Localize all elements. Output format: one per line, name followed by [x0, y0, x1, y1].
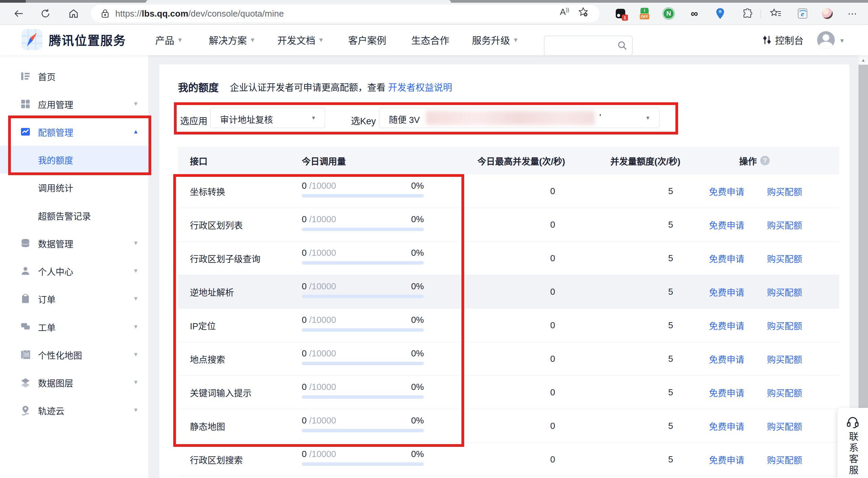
scrollbar-thumb[interactable] — [859, 65, 868, 408]
page-title: 我的额度 — [178, 79, 219, 94]
nav-products[interactable]: 产品▼ — [155, 25, 183, 55]
interface-name: 逆地址解析 — [190, 275, 234, 308]
extension-map-pin-icon[interactable] — [713, 7, 727, 20]
quota-table: 接口 今日调用量 今日最高并发量(次/秒) 并发量额度(次/秒) 操作 ? 坐标… — [178, 147, 839, 476]
toolbar-divider — [761, 9, 761, 18]
app-filter-label: 选应用 — [180, 114, 208, 127]
free-apply-link[interactable]: 免费申请 — [699, 174, 754, 208]
table-row: 行政区划列表 0 /10000 0% 0 5 免费申请 购买配额 — [178, 208, 839, 242]
console-icon — [762, 35, 772, 45]
contact-support-button[interactable]: 联系客服 — [837, 408, 868, 478]
screen: https://lbs.qq.com/dev/console/quota/min… — [0, 0, 868, 478]
sidebar-item-track-cloud[interactable]: 轨迹云 ▼ — [0, 396, 149, 424]
developer-benefits-link[interactable]: 开发者权益说明 — [388, 83, 452, 93]
add-favorite-icon[interactable] — [576, 5, 590, 18]
table-row: 行政区划搜索 0 /10000 0% 0 5 免费申请 购买配额 — [178, 443, 839, 476]
concurrency-quota-value: 5 — [657, 275, 684, 308]
table-row: IP定位 0 /10000 0% 0 5 免费申请 购买配额 — [178, 309, 839, 342]
buy-quota-link[interactable]: 购买配额 — [757, 275, 812, 308]
chevron-up-icon: ▲ — [133, 128, 139, 135]
sidebar-item-tickets[interactable]: 工单 ▼ — [0, 313, 149, 341]
sidebar-item-home[interactable]: 首页 — [0, 62, 149, 90]
back-icon[interactable] — [11, 6, 26, 21]
today-peak-value: 0 — [539, 342, 566, 375]
buy-quota-link[interactable]: 购买配额 — [757, 208, 812, 241]
interface-name: 地点搜索 — [190, 342, 225, 375]
browser-menu-icon[interactable]: ⋯ — [846, 7, 860, 20]
free-apply-link[interactable]: 免费申请 — [699, 443, 754, 476]
buy-quota-link[interactable]: 购买配额 — [757, 242, 812, 275]
buy-quota-link[interactable]: 购买配额 — [757, 376, 812, 409]
sidebar-item-quota-management[interactable]: 配额管理 ▲ — [0, 118, 149, 146]
extensions-puzzle-icon[interactable] — [741, 7, 754, 20]
chevron-down-icon[interactable]: ▼ — [839, 38, 845, 44]
buy-quota-link[interactable]: 购买配额 — [757, 443, 812, 476]
scrollbar-up-arrow[interactable]: ▲ — [859, 55, 868, 65]
extension-badge-icon[interactable]: 1 — [614, 7, 627, 20]
layers-icon — [20, 377, 31, 388]
user-avatar[interactable] — [817, 31, 835, 49]
chevron-down-icon: ▼ — [133, 240, 139, 247]
sidebar-item-data-management[interactable]: 数据管理 ▼ — [0, 229, 149, 257]
buy-quota-link[interactable]: 购买配额 — [757, 309, 812, 342]
active-tab-sliver[interactable] — [146, 0, 451, 3]
search-input[interactable] — [544, 36, 633, 56]
console-link[interactable]: 控制台 — [762, 25, 804, 55]
usage-progress-bar — [302, 295, 424, 298]
col-header-today-calls: 今日调用量 — [302, 147, 346, 174]
free-apply-link[interactable]: 免费申请 — [699, 309, 754, 342]
today-peak-value: 0 — [539, 376, 566, 409]
free-apply-link[interactable]: 免费申请 — [699, 342, 754, 375]
usage-cell: 0 /10000 0% — [302, 174, 424, 208]
sidebar-item-personal-center[interactable]: 个人中心 ▼ — [0, 257, 149, 285]
sidebar-item-orders[interactable]: 订单 ▼ — [0, 285, 149, 313]
page-notice: 企业认证开发者可申请更高配额，查看 开发者权益说明 — [230, 80, 452, 93]
free-apply-link[interactable]: 免费申请 — [699, 275, 754, 308]
free-apply-link[interactable]: 免费申请 — [699, 376, 754, 409]
sidebar: 首页 应用管理 ▼ 配额管理 ▲ 我的额度 调用统计 超额告警记录 数据管理 ▼… — [0, 55, 149, 478]
extension-off-icon[interactable]: iOFF — [638, 7, 651, 20]
headset-icon — [846, 416, 860, 428]
key-select[interactable]: 随便 3V ’ ▼ — [379, 108, 659, 128]
extension-infinity-icon[interactable]: ∞ — [688, 7, 701, 20]
usage-progress-bar — [302, 395, 424, 399]
sidebar-item-call-stats[interactable]: 调用统计 — [0, 173, 149, 201]
logo[interactable]: 腾讯位置服务 — [21, 29, 126, 50]
list-icon — [20, 71, 31, 81]
help-icon[interactable]: ? — [760, 156, 770, 165]
free-apply-link[interactable]: 免费申请 — [699, 242, 754, 275]
sidebar-item-custom-map[interactable]: 个性化地图 ▼ — [0, 341, 149, 369]
usage-progress-bar — [302, 261, 424, 265]
app-select[interactable]: 审计地址复核 ▼ — [210, 108, 325, 128]
usage-cell: 0 /10000 0% — [302, 342, 424, 375]
nav-docs[interactable]: 开发文档▼ — [277, 25, 324, 55]
buy-quota-link[interactable]: 购买配额 — [757, 409, 812, 442]
nav-solutions[interactable]: 解决方案▼ — [209, 25, 256, 55]
refresh-icon[interactable] — [38, 6, 53, 21]
home-icon[interactable] — [66, 6, 81, 21]
free-apply-link[interactable]: 免费申请 — [699, 409, 754, 442]
usage-cell: 0 /10000 0% — [302, 376, 424, 409]
extension-n-icon[interactable]: N — [662, 7, 675, 20]
sidebar-item-my-quota[interactable]: 我的额度 — [0, 146, 149, 173]
sidebar-item-app-management[interactable]: 应用管理 ▼ — [0, 90, 149, 118]
chevron-down-icon: ▼ — [133, 295, 139, 302]
address-bar[interactable]: https://lbs.qq.com/dev/console/quota/min… — [91, 5, 599, 22]
chevron-down-icon: ▼ — [133, 324, 139, 330]
nav-cases[interactable]: 客户案例 — [348, 25, 386, 55]
ie-mode-icon[interactable]: e — [796, 7, 810, 20]
usage-progress-bar — [302, 228, 424, 231]
read-aloud-icon[interactable]: A)) — [558, 5, 571, 18]
buy-quota-link[interactable]: 购买配额 — [757, 174, 812, 208]
table-row: 静态地图 0 /10000 0% 0 5 免费申请 购买配额 — [178, 409, 839, 443]
table-body: 坐标转换 0 /10000 0% 0 5 免费申请 购买配额 行政区划列表 0 … — [178, 174, 839, 476]
sidebar-item-data-layers[interactable]: 数据图层 ▼ — [0, 369, 149, 396]
buy-quota-link[interactable]: 购买配额 — [757, 342, 812, 375]
free-apply-link[interactable]: 免费申请 — [699, 208, 754, 241]
nav-ecosystem[interactable]: 生态合作 — [411, 25, 449, 55]
browser-profile-avatar[interactable] — [821, 7, 834, 20]
nav-upgrade[interactable]: 服务升级▼ — [472, 25, 519, 55]
chat-bubbles-icon — [20, 322, 31, 332]
favorites-bar-icon[interactable] — [769, 7, 783, 20]
sidebar-item-over-quota-alerts[interactable]: 超额告警记录 — [0, 202, 149, 229]
